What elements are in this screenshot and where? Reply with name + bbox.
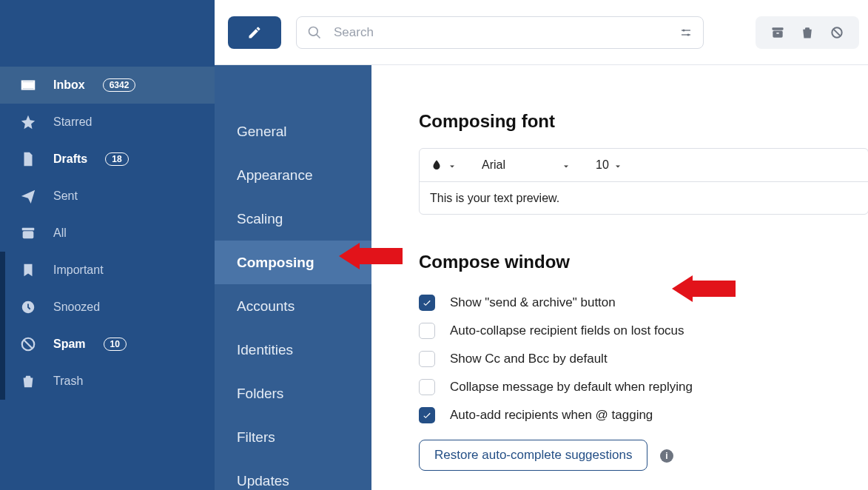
pencil-icon [247, 25, 262, 40]
svg-rect-12 [773, 27, 784, 30]
info-icon[interactable]: i [660, 449, 673, 463]
compose-button[interactable] [228, 16, 281, 49]
file-icon [19, 150, 37, 168]
check-icon [422, 410, 432, 420]
checkbox[interactable] [419, 323, 435, 339]
sidebar-label: Starred [53, 115, 92, 129]
restore-suggestions-button[interactable]: Restore auto-complete suggestions [419, 440, 647, 471]
font-family-dropdown[interactable]: Arial [482, 158, 571, 172]
sidebar-label: Drafts [53, 152, 87, 166]
font-family-value: Arial [482, 158, 505, 172]
sidebar-item-all[interactable]: All [0, 215, 215, 252]
clock-icon [19, 298, 37, 316]
sidebar-label: Snoozed [53, 301, 100, 314]
inbox-icon [19, 76, 37, 94]
option-send-archive[interactable]: Show "send & archive" button [419, 289, 868, 317]
sidebar-badge: 18 [105, 152, 128, 166]
checkbox[interactable] [419, 379, 435, 395]
sidebar-label: All [53, 226, 67, 240]
sidebar-item-drafts[interactable]: Drafts 18 [0, 141, 215, 178]
sidebar-item-starred[interactable]: Starred [0, 104, 215, 141]
font-size-value: 10 [596, 158, 609, 172]
checkbox[interactable] [419, 407, 435, 423]
topbar-actions [756, 16, 859, 49]
settings-item-accounts[interactable]: Accounts [215, 284, 371, 328]
search-field[interactable] [296, 16, 704, 49]
sidebar-item-important[interactable]: Important [0, 252, 215, 289]
svg-rect-2 [23, 231, 34, 238]
check-icon [422, 298, 432, 308]
chevron-down-icon [562, 162, 571, 171]
font-size-dropdown[interactable]: 10 [596, 158, 622, 172]
sidebar-item-snoozed[interactable]: Snoozed [0, 289, 215, 326]
trash-button[interactable] [793, 21, 822, 44]
sidebar-badge: 6342 [103, 78, 136, 92]
checkbox[interactable] [419, 351, 435, 367]
composing-font-title: Composing font [419, 111, 868, 132]
sidebar-label: Sent [53, 189, 78, 203]
font-color-dropdown[interactable] [430, 158, 457, 172]
settings-item-updates[interactable]: Updates [215, 459, 371, 490]
chevron-down-icon [448, 162, 457, 171]
topbar [215, 0, 868, 65]
settings-nav: General Appearance Scaling Composing Acc… [215, 65, 371, 490]
sidebar-item-trash[interactable]: Trash [0, 363, 215, 400]
search-input[interactable] [332, 24, 669, 41]
sidebar-label: Inbox [53, 78, 85, 92]
archive-button[interactable] [763, 21, 793, 44]
checkbox[interactable] [419, 295, 435, 311]
option-label: Auto-add recipients when @ tagging [450, 408, 653, 423]
settings-content: Composing font Arial 10 This is your tex… [371, 65, 868, 490]
block-button[interactable] [822, 21, 852, 44]
svg-rect-0 [22, 81, 35, 88]
search-icon [307, 25, 322, 40]
archive-icon [19, 224, 37, 242]
settings-item-folders[interactable]: Folders [215, 372, 371, 415]
option-auto-collapse[interactable]: Auto-collapse recipient fields on lost f… [419, 317, 868, 345]
settings-item-general[interactable]: General [215, 110, 371, 153]
settings-item-appearance[interactable]: Appearance [215, 153, 371, 197]
option-cc-bcc[interactable]: Show Cc and Bcc by default [419, 345, 868, 373]
option-collapse-reply[interactable]: Collapse message by default when replyin… [419, 373, 868, 401]
svg-rect-14 [776, 33, 778, 34]
option-label: Show Cc and Bcc by default [450, 352, 608, 366]
svg-point-6 [309, 27, 318, 36]
svg-rect-13 [773, 30, 782, 37]
sidebar-label: Important [53, 264, 104, 277]
settings-item-composing[interactable]: Composing [215, 241, 371, 284]
option-label: Show "send & archive" button [450, 295, 616, 310]
compose-window-title: Compose window [419, 252, 868, 272]
font-preview-text: This is your text preview. [420, 181, 868, 214]
svg-line-16 [834, 29, 840, 35]
settings-item-identities[interactable]: Identities [215, 328, 371, 372]
sidebar-badge: 10 [104, 338, 127, 351]
bookmark-icon [19, 261, 37, 279]
star-icon [19, 113, 37, 131]
settings-item-scaling[interactable]: Scaling [215, 197, 371, 241]
option-label: Auto-collapse recipient fields on lost f… [450, 323, 684, 338]
droplet-icon [430, 158, 443, 172]
sidebar-item-inbox[interactable]: Inbox 6342 [0, 67, 215, 104]
filter-icon[interactable] [679, 26, 693, 39]
option-auto-add[interactable]: Auto-add recipients when @ tagging [419, 401, 868, 429]
paper-plane-icon [19, 187, 37, 205]
sidebar: Inbox 6342 Starred Drafts 18 Sent All Im… [0, 0, 215, 490]
sidebar-item-sent[interactable]: Sent [0, 178, 215, 215]
svg-line-5 [24, 340, 33, 349]
sidebar-label: Spam [53, 338, 86, 351]
font-preview-box: Arial 10 This is your text preview. [419, 148, 868, 215]
svg-line-7 [317, 34, 320, 38]
trash-icon [19, 372, 37, 390]
sidebar-item-spam[interactable]: Spam 10 [0, 326, 215, 363]
sidebar-label: Trash [53, 375, 83, 388]
svg-rect-1 [22, 228, 35, 231]
option-label: Collapse message by default when replyin… [450, 380, 693, 395]
sidebar-scrollbar[interactable] [0, 252, 5, 400]
spam-icon [19, 335, 37, 353]
chevron-down-icon [613, 162, 622, 171]
settings-item-filters[interactable]: Filters [215, 415, 371, 459]
